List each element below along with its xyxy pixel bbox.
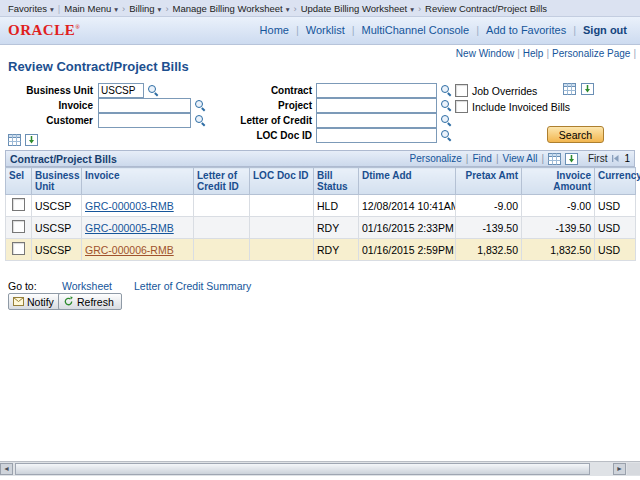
refresh-icon [63,296,74,307]
invoice-link[interactable]: GRC-000005-RMB [85,222,174,234]
letter-of-credit-summary-link[interactable]: Letter of Credit Summary [134,280,251,292]
row-select-checkbox[interactable] [12,198,25,211]
personalize-link[interactable]: Personalize [410,153,462,164]
personalize-page-link[interactable]: Personalize Page [552,48,630,59]
breadcrumb-update-billing-worksheet[interactable]: Update Billing Worksheet [301,3,414,14]
invoice-link[interactable]: GRC-000003-RMB [85,200,174,212]
invoice-lookup-icon[interactable] [194,99,206,111]
customer-lookup-icon[interactable] [194,114,206,126]
scrollbar-corner [627,463,640,475]
invoice-input[interactable] [98,98,191,113]
pagination-first-label: First [588,153,607,164]
job-overrides-label: Job Overrides [472,85,537,97]
breadcrumb-manage-billing-worksheet[interactable]: Manage Billing Worksheet [173,3,290,14]
row-select-checkbox[interactable] [12,242,25,255]
new-window-link[interactable]: New Window [456,48,514,59]
add-to-favorites-link[interactable]: Add to Favorites [486,24,566,36]
contract-input[interactable] [316,83,437,98]
caret-down-icon [114,1,118,17]
dtime-add-cell: 01/16/2015 2:33PM [359,217,456,239]
col-header-dtime-add[interactable]: Dtime Add [359,168,456,195]
col-header-loc-doc-id[interactable]: LOC Doc ID [250,168,314,195]
download-icon[interactable] [565,153,578,165]
col-header-business-unit[interactable]: Business Unit [32,168,82,195]
download-icon[interactable] [581,83,594,95]
col-header-sel: Sel [6,168,32,195]
pretax-amt-cell: -9.00 [456,195,522,217]
project-input[interactable] [316,98,437,113]
grid-zoom-icon[interactable] [8,134,21,146]
search-button[interactable]: Search [547,126,604,143]
goto-label: Go to: [8,280,37,292]
col-header-invoice-amount[interactable]: Invoice Amount [522,168,595,195]
notify-button[interactable]: Notify [8,293,62,310]
pagebar-separator [517,48,520,59]
col-header-currency[interactable]: Currency [595,168,636,195]
letter-of-credit-lookup-icon[interactable] [440,114,452,126]
pretax-amt-cell: 1,832.50 [456,239,522,261]
business-unit-input[interactable] [98,83,144,98]
business-unit-cell: USCSP [32,239,82,261]
find-link[interactable]: Find [472,153,491,164]
header-separator [296,24,299,36]
currency-cell: USD [595,239,636,261]
download-icon[interactable] [25,134,38,146]
letter-of-credit-id-cell [194,195,250,217]
grid-title: Contract/Project Bills [10,153,117,165]
breadcrumb-separator [418,3,421,14]
scroll-left-arrow[interactable]: ◄ [0,463,13,475]
pagebar-separator [546,48,549,59]
col-header-invoice[interactable]: Invoice [82,168,194,195]
refresh-button[interactable]: Refresh [58,293,122,310]
scroll-right-arrow[interactable]: ► [613,463,626,475]
row-select-checkbox[interactable] [12,220,25,233]
view-all-link[interactable]: View All [503,153,538,164]
include-invoiced-bills-checkbox[interactable] [455,100,468,113]
loc-doc-id-cell [250,217,314,239]
job-overrides-checkbox[interactable] [455,84,468,97]
business-unit-label: Business Unit [0,84,93,97]
col-header-bill-status[interactable]: Bill Status [314,168,359,195]
breadcrumb-main-menu[interactable]: Main Menu [64,3,118,14]
col-header-letter-of-credit-id[interactable]: Letter of Credit ID [194,168,250,195]
header-separator [352,24,355,36]
project-lookup-icon[interactable] [440,99,452,111]
currency-cell: USD [595,195,636,217]
home-link[interactable]: Home [260,24,289,36]
contract-label: Contract [224,84,312,97]
scrollbar-thumb[interactable] [15,463,590,475]
grid-icon[interactable] [563,83,576,95]
worksheet-link[interactable]: Worksheet [62,280,112,292]
table-row-highlighted: USCSP GRC-000006-RMB RDY 01/16/2015 2:59… [6,239,636,261]
loc-doc-id-input[interactable] [316,128,437,143]
breadcrumb-separator [294,3,297,14]
previous-page-arrow-icon[interactable] [611,154,620,163]
worklist-link[interactable]: Worklist [306,24,345,36]
contract-project-bills-grid: Contract/Project Bills PersonalizeFindVi… [5,150,635,261]
help-link[interactable]: Help [523,48,544,59]
contract-lookup-icon[interactable] [440,84,452,96]
invoice-link[interactable]: GRC-000006-RMB [85,244,174,256]
breadcrumb-billing[interactable]: Billing [129,3,161,14]
breadcrumb-favorites[interactable]: Favorites [8,3,54,14]
invoice-cell: GRC-000006-RMB [82,239,194,261]
breadcrumb-review-contract-project-bills[interactable]: Review Contract/Project Bills [425,3,547,14]
business-unit-cell: USCSP [32,217,82,239]
sel-cell [6,239,32,261]
grid-zoom-icon[interactable] [548,153,561,165]
caret-down-icon [286,1,290,17]
letter-of-credit-input[interactable] [316,113,437,128]
loc-doc-id-cell [250,239,314,261]
multichannel-console-link[interactable]: MultiChannel Console [362,24,470,36]
sign-out-link[interactable]: Sign out [583,24,627,36]
loc-doc-id-lookup-icon[interactable] [440,129,452,141]
customer-input[interactable] [98,113,191,128]
breadcrumb-separator [165,3,168,14]
invoice-cell: GRC-000005-RMB [82,217,194,239]
col-header-pretax-amt[interactable]: Pretax Amt [456,168,522,195]
business-unit-lookup-icon[interactable] [147,84,159,96]
oracle-logo: ORACLE [8,22,80,39]
app-header: ORACLE HomeWorklistMultiChannel ConsoleA… [0,17,640,45]
pagebar-separator [633,48,636,59]
table-header-row: Sel Business Unit Invoice Letter of Cred… [6,168,636,195]
